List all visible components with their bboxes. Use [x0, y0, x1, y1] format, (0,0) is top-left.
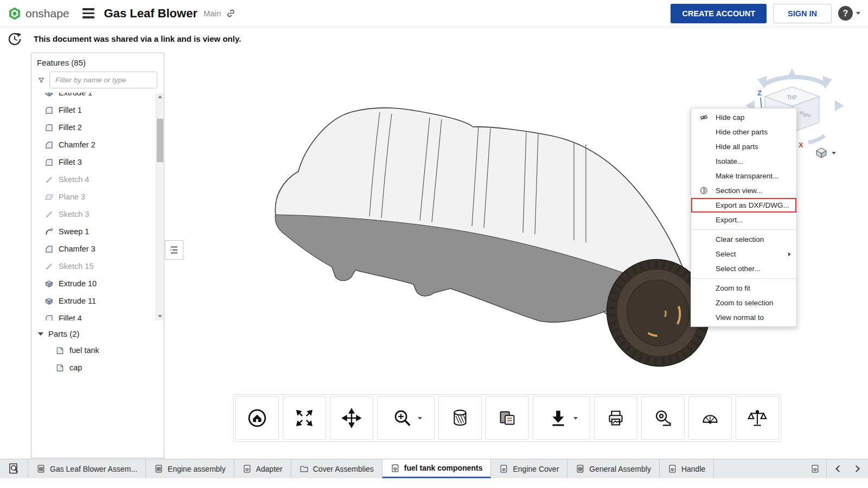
feature-filter-row: [31, 71, 164, 93]
tabs-scroll-left-button[interactable]: [834, 463, 843, 476]
measure-button[interactable]: [641, 396, 685, 440]
part-item-fuel-tank[interactable]: fuel tank: [31, 342, 164, 359]
tab-adapter[interactable]: Adapter: [234, 459, 291, 478]
x-axis-label: X: [799, 141, 803, 149]
menu-item-hide-other-parts[interactable]: Hide other parts: [691, 125, 796, 139]
chevron-down-icon: [38, 332, 43, 336]
measure-icon: [650, 406, 675, 431]
sketch-icon: [44, 175, 54, 184]
create-account-button[interactable]: CREATE ACCOUNT: [671, 4, 767, 23]
feature-label: Sketch 3: [59, 210, 89, 219]
tab-gas-leaf-blower-assembly[interactable]: Gas Leaf Blower Assem...: [28, 459, 146, 478]
versions-history-icon[interactable]: [7, 31, 23, 49]
feature-item-fillet-1[interactable]: Fillet 1: [31, 101, 164, 119]
sign-in-button[interactable]: SIGN IN: [773, 4, 832, 23]
hamburger-menu-icon[interactable]: [82, 8, 94, 18]
menu-item-hide-all-parts[interactable]: Hide all parts: [691, 139, 796, 154]
feature-item-sketch-4[interactable]: Sketch 4: [31, 171, 164, 188]
protractor-button[interactable]: [688, 396, 732, 440]
menu-item-export-as-dxf-dwg[interactable]: Export as DXF/DWG...: [691, 198, 796, 213]
feature-item-chamfer-3[interactable]: Chamfer 3: [31, 240, 164, 258]
feature-item-extrude-1[interactable]: Extrude 1: [31, 93, 164, 101]
menu-item-zoom-to-selection[interactable]: Zoom to selection: [691, 296, 796, 310]
shaded-view-button[interactable]: [438, 396, 482, 440]
feature-item-sketch-15[interactable]: Sketch 15: [31, 258, 164, 275]
z-axis-label: Z: [757, 89, 762, 97]
menu-item-export[interactable]: Export...: [691, 213, 796, 227]
tabs-scroll-right-button[interactable]: [852, 463, 860, 476]
chevron-left-icon: [835, 465, 843, 472]
scrollbar-thumb[interactable]: [157, 119, 163, 162]
tab-partial[interactable]: [806, 459, 827, 478]
tab-engine-assembly[interactable]: Engine assembly: [146, 459, 234, 478]
feature-item-sweep-1[interactable]: Sweep 1: [31, 223, 164, 240]
download-button[interactable]: [533, 396, 590, 440]
appearance-button[interactable]: [486, 396, 529, 440]
feature-label: Fillet 4: [59, 314, 82, 320]
menu-item-section-view[interactable]: Section view...: [691, 183, 796, 198]
tab-handle[interactable]: Handle: [660, 459, 714, 478]
part-studio-tab-icon: [242, 464, 252, 473]
zoom-dropdown-caret-icon[interactable]: [418, 417, 422, 420]
pan-button[interactable]: [330, 396, 373, 440]
feature-item-fillet-4[interactable]: Fillet 4: [31, 310, 164, 320]
filter-funnel-icon[interactable]: [38, 75, 44, 86]
feature-item-fillet-2[interactable]: Fillet 2: [31, 119, 164, 136]
feature-item-extrude-10[interactable]: Extrude 10: [31, 275, 164, 292]
menu-item-select[interactable]: Select: [691, 247, 796, 261]
workspace-name[interactable]: Main: [203, 9, 221, 18]
pan-icon: [339, 406, 364, 431]
tab-engine-cover[interactable]: Engine Cover: [491, 459, 567, 478]
units-icon: [745, 406, 770, 431]
scroll-down-icon[interactable]: [158, 315, 162, 318]
feature-item-sketch-3[interactable]: Sketch 3: [31, 206, 164, 223]
menu-item-select-other[interactable]: Select other...: [691, 261, 796, 276]
feature-item-chamfer-2[interactable]: Chamfer 2: [31, 136, 164, 153]
feature-item-fillet-3[interactable]: Fillet 3: [31, 153, 164, 171]
shaded-view-icon: [448, 406, 473, 431]
feature-item-plane-3[interactable]: Plane 3: [31, 188, 164, 206]
share-link-icon[interactable]: [226, 8, 236, 18]
parts-section-header[interactable]: Parts (2): [31, 320, 164, 342]
onshape-logo[interactable]: onshape: [8, 7, 69, 21]
menu-item-make-transparent[interactable]: Make transparent...: [691, 169, 796, 183]
document-title: Gas Leaf Blower: [104, 7, 197, 21]
search-icon: [8, 463, 21, 476]
folder-icon: [299, 464, 309, 473]
tab-fuel-tank-components[interactable]: fuel tank components: [382, 459, 492, 478]
feature-item-extrude-11[interactable]: Extrude 11: [31, 292, 164, 310]
feature-filter-input[interactable]: [49, 72, 157, 88]
home-view-button[interactable]: [235, 396, 279, 440]
rotate-button[interactable]: [283, 396, 326, 440]
scroll-up-icon[interactable]: [158, 95, 162, 98]
view-options-dropdown[interactable]: [815, 146, 836, 159]
parts-header-label: Parts (2): [48, 329, 80, 338]
tab-general-assembly[interactable]: General Assembly: [567, 459, 660, 478]
part-item-cap[interactable]: cap: [31, 359, 164, 376]
menu-item-view-normal-to[interactable]: View normal to: [691, 310, 796, 325]
help-caret-icon: [856, 12, 860, 15]
assembly-tab-icon: [154, 464, 163, 473]
help-icon[interactable]: ?: [838, 6, 853, 21]
rotate-icon: [292, 406, 317, 431]
menu-separator: [691, 229, 796, 230]
menu-item-zoom-to-fit[interactable]: Zoom to fit: [691, 281, 796, 296]
tab-cover-assemblies[interactable]: Cover Assemblies: [291, 459, 382, 478]
help-menu[interactable]: ?: [838, 6, 860, 21]
chevron-right-icon: [853, 465, 860, 472]
feature-list-flyout-toggle[interactable]: [165, 240, 183, 260]
feature-label: Chamfer 2: [59, 140, 95, 149]
tab-search-button[interactable]: [0, 459, 28, 478]
context-menu: Hide cap Hide other parts Hide all parts…: [691, 108, 797, 327]
units-button[interactable]: [736, 396, 779, 440]
view-options-caret-icon: [832, 152, 836, 155]
fuel-tank-3d-model[interactable]: [163, 49, 760, 396]
download-dropdown-caret-icon[interactable]: [573, 417, 578, 420]
zoom-button[interactable]: [377, 396, 435, 440]
onshape-logo-icon: [8, 7, 22, 21]
menu-item-hide-cap[interactable]: Hide cap: [691, 110, 796, 125]
feature-list-scrollbar[interactable]: [156, 93, 164, 320]
menu-item-clear-selection[interactable]: Clear selection: [691, 232, 796, 247]
print-button[interactable]: [594, 396, 637, 440]
menu-item-isolate[interactable]: Isolate...: [691, 154, 796, 169]
